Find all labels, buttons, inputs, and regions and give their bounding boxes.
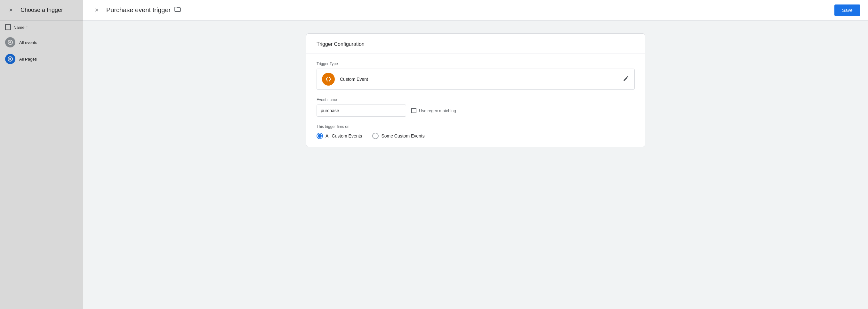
all-events-icon [5,37,16,48]
config-card: Trigger Configuration Trigger Type Custo… [306,33,645,147]
folder-icon[interactable] [174,5,182,15]
header-checkbox[interactable] [5,24,11,30]
radio-some-custom-icon [372,133,379,139]
trigger-type-label: Trigger Type [316,61,635,66]
regex-label: Use regex matching [419,108,456,113]
svg-point-1 [9,41,11,43]
svg-point-3 [9,58,11,60]
event-name-section: Event name Use regex matching [316,97,635,117]
trigger-type-name: Custom Event [340,77,623,82]
sidebar-item-all-events[interactable]: All events [0,34,83,51]
right-panel: × Purchase event trigger Save Trigger Co… [83,0,868,309]
radio-all-custom-label: All Custom Events [326,133,362,138]
custom-event-icon [322,73,335,86]
sort-arrow-icon: ↑ [26,25,28,30]
radio-group: All Custom Events Some Custom Events [316,133,635,139]
all-events-label: All events [19,40,37,45]
event-name-label: Event name [316,97,635,102]
list-header: Name ↑ [0,21,83,34]
right-panel-title: Purchase event trigger [106,5,831,15]
save-button[interactable]: Save [834,4,860,16]
trigger-type-section: Trigger Type Custom Event [316,61,635,90]
name-sort-label: Name [13,25,25,30]
trigger-name-text: Purchase event trigger [106,6,170,14]
left-panel-close-button[interactable]: × [5,4,17,16]
config-card-title: Trigger Configuration [316,41,365,47]
right-panel-close-button[interactable]: × [91,4,102,16]
left-panel-title: Choose a trigger [21,7,63,13]
config-card-header: Trigger Configuration [306,34,645,54]
right-panel-header: × Purchase event trigger Save [83,0,868,21]
all-pages-icon [5,54,16,64]
name-sort[interactable]: Name ↑ [13,25,28,30]
event-name-input[interactable] [316,105,406,117]
sidebar-item-all-pages[interactable]: All Pages [0,51,83,67]
radio-all-custom-icon [316,133,323,139]
all-pages-label: All Pages [19,57,37,61]
regex-checkbox[interactable] [411,108,416,113]
fires-on-section: This trigger fires on All Custom Events … [316,124,635,139]
fires-on-label: This trigger fires on [316,124,635,129]
event-name-row: Use regex matching [316,105,635,117]
radio-some-custom-label: Some Custom Events [381,133,425,138]
main-content: Trigger Configuration Trigger Type Custo… [83,21,868,309]
config-card-body: Trigger Type Custom Event [306,54,645,147]
regex-checkbox-row: Use regex matching [411,108,456,113]
left-panel-header: × Choose a trigger [0,0,83,21]
trigger-type-selector[interactable]: Custom Event [316,68,635,90]
left-panel: × Choose a trigger Name ↑ All events All… [0,0,83,309]
edit-icon[interactable] [623,75,629,83]
radio-option-some-custom[interactable]: Some Custom Events [372,133,425,139]
radio-option-all-custom[interactable]: All Custom Events [316,133,362,139]
